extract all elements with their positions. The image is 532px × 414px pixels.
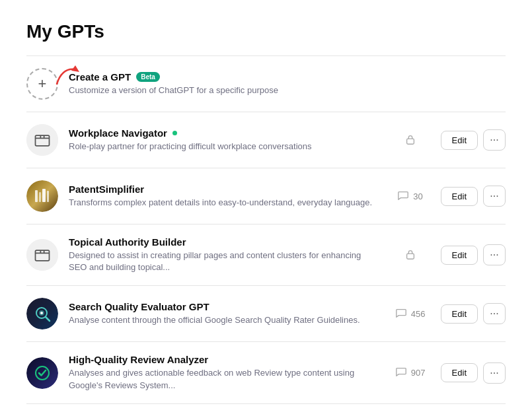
gpt-avatar (26, 298, 58, 329)
chat-count: 30 (413, 191, 422, 201)
gpt-description: Designed to assist in creating pillar pa… (69, 250, 380, 273)
create-avatar[interactable]: + (26, 68, 58, 100)
gpt-row: Workplace Navigator Role-play partner fo… (26, 112, 506, 168)
gpt-meta (391, 133, 430, 147)
create-gpt-title: Create a GPT Beta (69, 71, 506, 83)
gpt-content: High-Quality Review Analyzer Analyses an… (69, 354, 380, 391)
edit-button[interactable]: Edit (441, 187, 478, 206)
gpt-actions: Edit ··· (441, 244, 506, 265)
gpt-row: PatentSimplifier Transforms complex pate… (26, 168, 506, 224)
more-button[interactable]: ··· (483, 303, 506, 324)
beta-badge: Beta (136, 72, 160, 82)
svg-rect-6 (47, 191, 49, 202)
lock-icon (404, 133, 416, 147)
more-button[interactable]: ··· (483, 244, 506, 265)
edit-button[interactable]: Edit (441, 363, 478, 382)
create-gpt-row[interactable]: + Create a GPT Beta Customize a version … (26, 56, 506, 112)
gpt-actions: Edit ··· (441, 303, 506, 324)
svg-line-11 (46, 317, 50, 321)
svg-rect-4 (39, 192, 41, 202)
gpt-content: PatentSimplifier Transforms complex pate… (69, 184, 380, 209)
create-gpt-desc: Customize a version of ChatGPT for a spe… (69, 85, 506, 96)
gpt-description: Transforms complex patent details into e… (69, 197, 380, 209)
svg-rect-5 (42, 189, 46, 202)
gpt-row: Search Quality Evaluator GPT Analyse con… (26, 286, 506, 342)
gpt-meta: 30 (391, 190, 430, 203)
gpt-meta: 907 (391, 366, 430, 380)
gpt-actions: Edit ··· (441, 186, 506, 207)
gpt-avatar (26, 124, 58, 156)
status-dot (172, 131, 177, 135)
svg-rect-8 (406, 254, 414, 259)
gpt-avatar (26, 357, 58, 389)
edit-button[interactable]: Edit (441, 131, 478, 150)
create-gpt-content: Create a GPT Beta Customize a version of… (69, 71, 506, 96)
gpt-description: Analyse content through the official Goo… (69, 314, 380, 326)
gpt-name: Topical Authority Builder (69, 236, 380, 248)
gpt-row: Topical Authority Builder Designed to as… (26, 224, 506, 286)
gpt-avatar (26, 180, 58, 212)
gpt-list: Workplace Navigator Role-play partner fo… (26, 112, 506, 404)
page-title: My GPTs (26, 21, 506, 42)
gpt-name: PatentSimplifier (69, 184, 380, 195)
gpt-content: Workplace Navigator Role-play partner fo… (69, 127, 380, 153)
more-button[interactable]: ··· (483, 362, 506, 384)
gpt-meta (391, 248, 430, 262)
more-button[interactable]: ··· (483, 186, 506, 207)
svg-rect-1 (36, 135, 50, 146)
chat-icon (395, 307, 407, 321)
gpt-description: Role-play partner for practicing difficu… (69, 141, 380, 153)
edit-button[interactable]: Edit (441, 304, 478, 324)
gpt-content: Search Quality Evaluator GPT Analyse con… (69, 301, 380, 326)
lock-icon (404, 248, 416, 262)
edit-button[interactable]: Edit (441, 246, 478, 265)
svg-rect-2 (406, 139, 414, 144)
svg-rect-3 (35, 190, 38, 202)
chat-icon (395, 366, 407, 380)
chat-count: 907 (411, 368, 426, 378)
arrow-icon (56, 64, 82, 88)
gpt-actions: Edit ··· (441, 362, 506, 384)
gpt-avatar (26, 239, 58, 271)
gpt-actions: Edit ··· (441, 129, 506, 151)
gpt-row: High-Quality Review Analyzer Analyses an… (26, 342, 506, 403)
gpt-name: High-Quality Review Analyzer (69, 354, 380, 365)
svg-point-12 (40, 312, 43, 314)
gpt-name: Workplace Navigator (69, 127, 380, 139)
more-button[interactable]: ··· (483, 129, 506, 151)
chat-count: 456 (411, 309, 426, 319)
gpt-meta: 456 (391, 307, 430, 321)
gpt-description: Analyses and gives actionable feedback o… (69, 367, 380, 391)
gpt-content: Topical Authority Builder Designed to as… (69, 236, 380, 273)
chat-icon (397, 190, 409, 203)
gpt-name: Search Quality Evaluator GPT (69, 301, 380, 312)
svg-rect-7 (36, 250, 50, 261)
plus-icon: + (38, 75, 47, 92)
